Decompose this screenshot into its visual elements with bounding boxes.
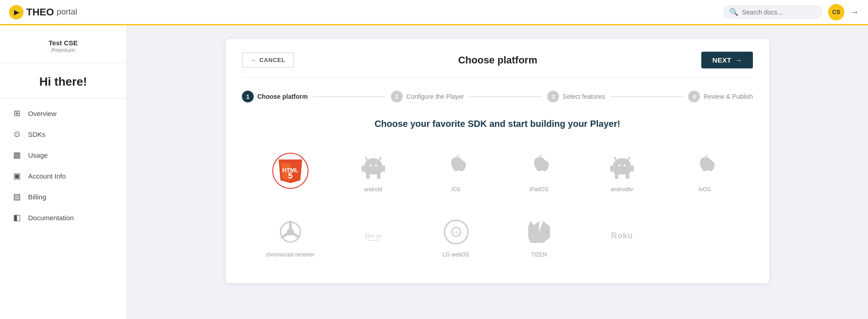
sidebar-account: Test CSE Premium [0,34,126,63]
html5-selected-ring: HTML 5 [272,153,309,189]
stepper: 1 Choose platform 2 Configure the Player… [242,91,753,102]
chromecast-icon-wrap [275,216,306,248]
svg-text:5: 5 [288,171,292,180]
step-3: 3 Select features [547,91,605,102]
step-connector-2 [469,97,542,97]
chromecast-icon [279,220,302,244]
sidebar-item-label-sdks: SDKs [28,130,45,138]
docs-icon: ◧ [12,213,22,222]
svg-rect-19 [610,165,613,172]
content-area: ← CANCEL Choose platform NEXT → 1 Choose… [127,25,868,319]
grid-icon: ⊞ [12,108,22,118]
svg-rect-10 [377,172,381,179]
platform-lgwebos[interactable]: LG LG webOS [417,209,495,265]
platform-roku[interactable]: Roku [583,209,661,265]
androidtv-icon [610,154,634,180]
platform-chromecast[interactable]: chromecast receiver [251,209,329,265]
cancel-label: CANCEL [260,57,285,63]
sidebar-item-sdks[interactable]: ⊙ SDKs [5,124,122,145]
svg-rect-9 [366,172,370,179]
platform-lgwebos-label: LG webOS [443,251,469,258]
logout-icon[interactable]: → [850,7,859,17]
step-label-2: Configure the Player [406,93,464,100]
platform-android-label: android [364,186,382,193]
platform-tvos[interactable]: tvOS [665,144,744,200]
roku-icon-wrap: Roku [606,219,638,251]
ipados-icon-wrap [523,151,555,183]
play-circle-icon: ⊙ [12,129,22,139]
main-layout: Test CSE Premium Hi there! ⊞ Overview ⊙ … [0,25,868,319]
next-button[interactable]: NEXT → [701,52,753,68]
step-2: 2 Configure the Player [391,91,464,102]
step-label-3: Select features [563,93,605,100]
search-box: 🔍 [723,5,823,19]
logo-icon: ▶ [9,5,24,19]
android-icon-wrap [357,151,389,183]
step-label-4: Review & Publish [704,93,753,100]
sidebar-item-label-docs: Documentation [28,214,74,222]
step-1: 1 Choose platform [242,91,308,102]
cancel-button[interactable]: ← CANCEL [242,53,294,68]
svg-point-11 [369,164,371,167]
tvos-icon [694,154,716,179]
ios-icon [445,154,467,179]
logo-portal: portal [57,7,77,17]
search-input[interactable] [742,9,816,16]
next-arrow-icon: → [735,56,742,64]
platform-ios[interactable]: iOS [417,144,495,200]
sidebar-item-overview[interactable]: ⊞ Overview [5,103,122,124]
back-arrow-icon: ← [251,57,257,63]
sidebar-item-usage[interactable]: ▦ Usage [5,145,122,165]
sidebar-item-label-billing: Billing [28,193,46,201]
sidebar-account-name: Test CSE [9,39,117,47]
platform-html5[interactable]: HTML 5 [251,144,329,200]
android-icon [362,154,385,180]
svg-point-24 [623,164,626,167]
svg-point-23 [618,164,620,167]
platform-androidtv[interactable]: androidtv [583,144,661,200]
platform-ipados-label: iPadOS [530,186,548,193]
firetv-icon: fire tv [357,226,389,244]
svg-rect-7 [362,165,364,172]
sidebar-nav: ⊞ Overview ⊙ SDKs ▦ Usage ▣ Account Info… [0,103,126,228]
sidebar-item-label-usage: Usage [28,151,48,159]
wizard-card: ← CANCEL Choose platform NEXT → 1 Choose… [226,39,769,283]
svg-text:Roku: Roku [611,231,632,240]
svg-point-27 [614,157,616,159]
tizen-icon [526,219,552,245]
logo-theo: THEO [26,6,54,18]
sdk-grid: HTML 5 [242,144,753,265]
platform-ipados[interactable]: iPadOS [500,144,578,200]
platform-firetv[interactable]: fire tv [334,209,412,265]
sidebar-item-billing[interactable]: ▨ Billing [5,186,122,207]
step-label-1: Choose platform [257,93,308,100]
platform-androidtv-label: androidtv [611,186,633,193]
platform-chromecast-label: chromecast receiver [265,251,314,258]
step-circle-1: 1 [242,91,254,102]
sidebar-item-account-info[interactable]: ▣ Account Info [5,165,122,186]
top-nav: ▶ THEO portal 🔍 CS → [0,0,868,25]
step-circle-3: 3 [547,91,559,102]
lgwebos-icon-wrap: LG [440,216,472,248]
step-connector-1 [313,97,386,97]
platform-tizen[interactable]: TIZEN [500,209,578,265]
lgwebos-icon: LG [443,218,470,246]
html5-icon: HTML 5 [279,158,302,184]
ios-icon-wrap [440,151,472,183]
platform-android[interactable]: android [334,144,412,200]
firetv-icon-wrap: fire tv [357,219,389,251]
sidebar-item-documentation[interactable]: ◧ Documentation [5,207,122,228]
svg-rect-20 [631,165,634,172]
step-circle-2: 2 [391,91,403,102]
sidebar-item-label-overview: Overview [28,110,57,117]
tvos-icon-wrap [689,151,721,183]
platform-ios-label: iOS [451,186,460,193]
billing-icon: ▨ [12,192,22,202]
account-icon: ▣ [12,171,22,181]
sidebar-greeting: Hi there! [0,70,126,98]
ipados-icon [528,154,550,179]
step-4: 4 Review & Publish [688,91,753,102]
next-label: NEXT [712,56,731,64]
svg-point-16 [380,157,381,159]
search-icon: 🔍 [729,8,738,16]
